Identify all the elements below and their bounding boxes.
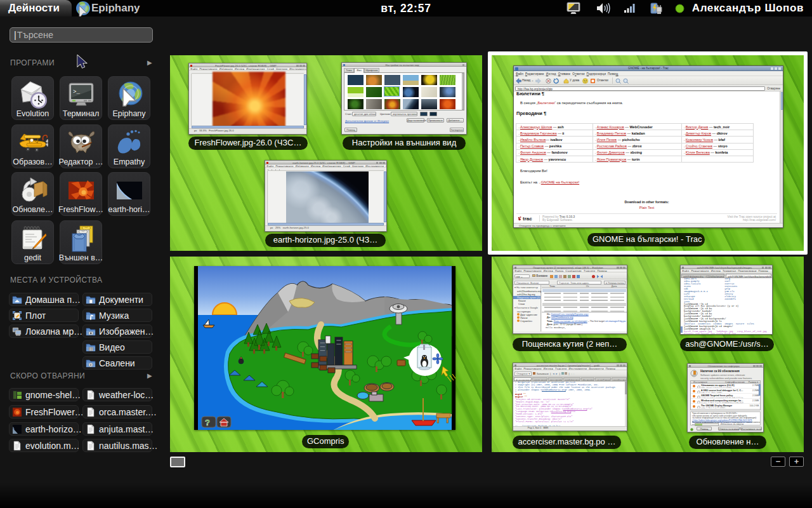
svg-text:trac: trac [523,216,532,222]
svg-text:?: ? [205,418,210,427]
svg-text:>_: >_ [73,89,80,95]
